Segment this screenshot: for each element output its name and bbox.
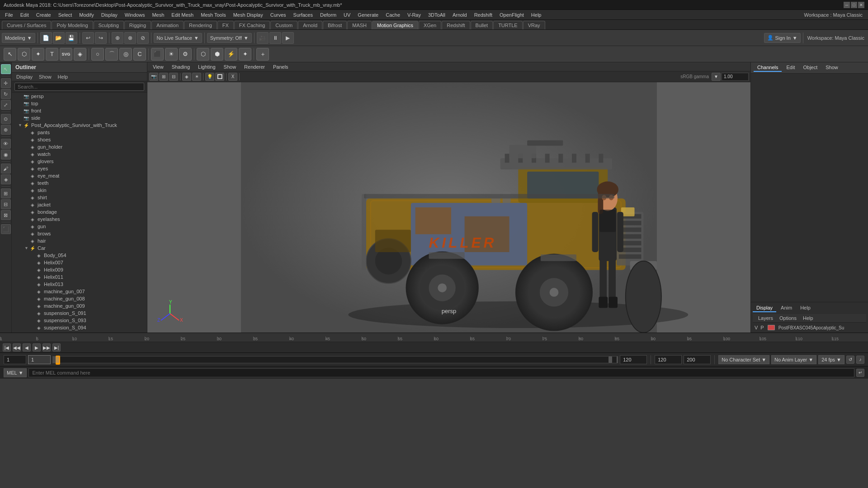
tc-start-btn[interactable]: |◀ [3, 343, 11, 352]
redo-button[interactable]: ↪ [95, 32, 107, 44]
layer-color[interactable] [768, 325, 775, 330]
no-anim-layer-dropdown[interactable]: No Anim Layer ▼ [771, 355, 816, 364]
current-frame-input[interactable] [28, 355, 51, 364]
shelf-icon-mesh1[interactable]: ⬛ [151, 48, 164, 61]
outliner-item-helix009[interactable]: ◈ Helix009 [12, 266, 147, 273]
wire-tool[interactable]: ⊠ [1, 210, 11, 220]
menu-item-uv[interactable]: UV [340, 11, 354, 19]
menu-item-surfaces[interactable]: Surfaces [290, 11, 316, 19]
no-live-surface-dropdown[interactable]: No Live Surface ▼ [154, 33, 202, 43]
outliner-item-side[interactable]: 📷 side [12, 114, 147, 122]
shelf-icon-mesh3[interactable]: ⚙ [179, 48, 192, 61]
outliner-item-jacket[interactable]: ◈ jacket [12, 201, 147, 208]
menu-item-mesh[interactable]: Mesh [149, 11, 167, 19]
lattice-tool[interactable]: ⊟ [1, 199, 11, 209]
shelf-icon-plus[interactable]: ＋ [256, 48, 269, 61]
shelf-icon-lasso[interactable]: ⬡ [18, 48, 30, 61]
cb-tab-channels[interactable]: Channels [754, 64, 782, 72]
menu-item-deform[interactable]: Deform [317, 11, 340, 19]
outliner-item-persp[interactable]: 📷 persp [12, 93, 147, 100]
timeline-scrubber[interactable] [52, 356, 618, 363]
cb-tab-object[interactable]: Object [799, 64, 821, 72]
vp-gamma-value[interactable]: 1.00 [722, 73, 749, 81]
minimize-button[interactable]: ─ [844, 2, 850, 8]
loop-btn[interactable]: ↺ [846, 356, 854, 364]
menu-item-generate[interactable]: Generate [354, 11, 382, 19]
outliner-item-brows[interactable]: ◈ brows [12, 230, 147, 237]
range-start-input[interactable] [655, 355, 682, 364]
outliner-item-mgun007[interactable]: ◈ machine_gun_007 [12, 288, 147, 295]
outliner-item-pants[interactable]: ◈ pants [12, 129, 147, 136]
menu-item-curves[interactable]: Curves [267, 11, 289, 19]
shelf-icon-deform2[interactable]: ⬢ [211, 48, 223, 61]
outliner-menu-display[interactable]: Display [14, 74, 35, 80]
shelf-tab-animation[interactable]: Animation [151, 21, 184, 29]
shelf-tab-turtle[interactable]: TURTLE [493, 21, 523, 29]
shelf-icon-mesh2[interactable]: ☀ [165, 48, 178, 61]
vp-texture-btn[interactable]: ☀ [192, 73, 201, 81]
shelf-icon-circle[interactable]: ○ [91, 48, 104, 61]
lasso-tool-button[interactable]: ⊗ [124, 32, 136, 44]
outliner-menu-show[interactable]: Show [36, 74, 54, 80]
shelf-tab-bullet[interactable]: Bullet [471, 21, 493, 29]
move-tool[interactable]: ✛ [1, 78, 11, 88]
open-scene-button[interactable]: 📂 [53, 32, 65, 44]
shelf-tab-custom[interactable]: Custom [270, 21, 297, 29]
save-scene-button[interactable]: 💾 [66, 32, 77, 44]
snap-tool[interactable]: ⊕ [1, 125, 11, 135]
camera-btn-1[interactable]: 🎥 [257, 32, 269, 44]
menu-item-select[interactable]: Select [55, 11, 75, 19]
shelf-tab-sculpting[interactable]: Sculpting [94, 21, 124, 29]
viewport-menu-lighting[interactable]: Lighting [194, 64, 219, 70]
shelf-icon-deform1[interactable]: ⬡ [197, 48, 209, 61]
outliner-item-top[interactable]: 📷 top [12, 100, 147, 107]
timeline-ruler[interactable]: 1510152025303540455055606570758085909510… [0, 333, 868, 342]
menu-item-edit-mesh[interactable]: Edit Mesh [168, 11, 197, 19]
shelf-icon-arc[interactable]: ⌒ [105, 48, 118, 61]
shelf-tab-poly-modeling[interactable]: Poly Modeling [52, 21, 93, 29]
shelf-tab-xgen[interactable]: XGen [419, 21, 441, 29]
outliner-item-susp091[interactable]: ◈ suspension_S_091 [12, 310, 147, 317]
maximize-button[interactable]: □ [851, 2, 857, 8]
symmetry-dropdown[interactable]: Symmetry: Off ▼ [207, 33, 252, 43]
isolate-tool[interactable]: ◉ [1, 150, 11, 160]
shelf-icon-text[interactable]: T [46, 48, 58, 61]
tc-play-btn[interactable]: ▶ [33, 343, 41, 352]
shelf-icon-paint[interactable]: ✦ [32, 48, 44, 61]
mel-enter-btn[interactable]: ↵ [856, 369, 864, 377]
outliner-item-car[interactable]: ▼ ⚡ Car [12, 244, 147, 252]
layer-tab-options[interactable]: Options [777, 315, 799, 321]
menu-item-display[interactable]: Display [98, 11, 121, 19]
outliner-item-mgun008[interactable]: ◈ machine_gun_008 [12, 295, 147, 302]
menu-item-create[interactable]: Create [33, 11, 54, 19]
shelf-icon-select[interactable]: ↖ [4, 48, 16, 61]
no-character-set-dropdown[interactable]: No Character Set ▼ [718, 355, 769, 364]
shelf-tab-rigging[interactable]: Rigging [124, 21, 151, 29]
display-tab[interactable]: Display [753, 304, 776, 312]
tc-end-btn[interactable]: ▶| [52, 343, 61, 352]
outliner-item-susp094[interactable]: ◈ suspension_S_094 [12, 324, 147, 331]
menu-item-v-ray[interactable]: V-Ray [404, 11, 424, 19]
viewport-menu-show[interactable]: Show [220, 64, 240, 70]
menu-item-redshift[interactable]: Redshift [471, 11, 495, 19]
outliner-item-teeth[interactable]: ◈ teeth [12, 179, 147, 187]
shelf-tab-motion-graphics[interactable]: Motion Graphics [372, 21, 418, 29]
render-tool[interactable]: ⬛ [1, 224, 11, 234]
cb-help-label[interactable]: Help [797, 304, 814, 312]
outliner-item-shirt[interactable]: ◈ shirt [12, 194, 147, 201]
shelf-icon-circle2[interactable]: ◎ [119, 48, 132, 61]
viewport-canvas[interactable]: KILLER [147, 82, 750, 333]
outliner-item-gun_holder[interactable]: ◈ gun_holder [12, 143, 147, 150]
vp-light-btn[interactable]: 💡 [205, 73, 214, 81]
outliner-item-helix011[interactable]: ◈ Helix011 [12, 273, 147, 281]
select-tool-button[interactable]: ⊕ [112, 32, 123, 44]
layer-tab-layers[interactable]: Layers [755, 315, 776, 321]
camera-btn-2[interactable]: ⏸ [269, 32, 281, 44]
vp-shading-btn[interactable]: ◈ [182, 73, 191, 81]
menu-item-arnold[interactable]: Arnold [449, 11, 470, 19]
viewport-menu-shading[interactable]: Shading [168, 64, 193, 70]
show-hide-tool[interactable]: 👁 [1, 139, 11, 149]
outliner-item-helix007[interactable]: ◈ Helix007 [12, 259, 147, 266]
workspace-dropdown[interactable]: Modeling ▼ [2, 33, 35, 43]
outliner-item-gun[interactable]: ◈ gun [12, 223, 147, 230]
